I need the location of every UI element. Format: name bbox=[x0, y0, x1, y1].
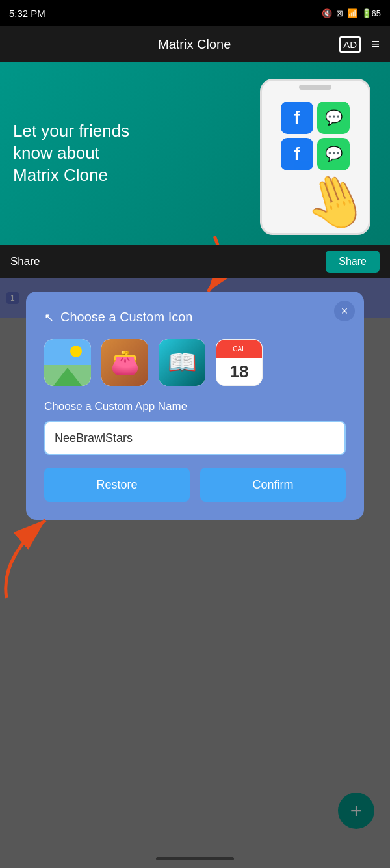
banner: Let your friends know about Matrix Clone… bbox=[0, 62, 390, 245]
mountain bbox=[53, 368, 82, 386]
nav-bar: Matrix Clone AD ≡ bbox=[0, 26, 390, 62]
wallet-emoji: 👛 bbox=[110, 349, 140, 376]
facebook-icon-2: f bbox=[281, 138, 313, 170]
app-name-label: Choose a Custom App Name bbox=[44, 400, 346, 413]
battery-box-icon: ⊠ bbox=[336, 8, 343, 18]
landscape-icon-option[interactable] bbox=[44, 339, 91, 386]
hand-icon: 🤚 bbox=[295, 163, 370, 235]
custom-icon-dialog: × ↖ Choose a Custom Icon bbox=[26, 292, 364, 520]
status-bar: 5:32 PM 🔇 ⊠ 📶 🔋65 bbox=[0, 0, 390, 26]
calendar-wrap: CAL 18 bbox=[216, 339, 263, 386]
wifi-icon: 📶 bbox=[347, 8, 358, 18]
confirm-button[interactable]: Confirm bbox=[200, 468, 346, 502]
book-emoji: 📖 bbox=[168, 349, 197, 376]
menu-icon[interactable]: ≡ bbox=[371, 36, 380, 53]
page-body: 1 × ↖ Choose a Custom Icon bbox=[0, 278, 390, 868]
share-bar: Share Share bbox=[0, 245, 390, 278]
arrow-to-restore bbox=[0, 507, 78, 604]
banner-phone-illustration: f 💬 f 💬 🤚 bbox=[234, 69, 377, 238]
book-icon-option[interactable]: 📖 bbox=[159, 339, 205, 386]
status-icons: 🔇 ⊠ 📶 🔋65 bbox=[322, 8, 381, 18]
dialog-wrapper: × ↖ Choose a Custom Icon bbox=[0, 278, 390, 868]
mute-icon: 🔇 bbox=[322, 8, 332, 18]
calendar-header: CAL bbox=[216, 340, 262, 358]
whatsapp-icon-2: 💬 bbox=[317, 138, 350, 170]
cursor-icon: ↖ bbox=[44, 310, 54, 325]
share-label: Share bbox=[10, 255, 40, 268]
status-time: 5:32 PM bbox=[9, 8, 46, 19]
book-wrap: 📖 bbox=[159, 339, 205, 386]
app-title: Matrix Clone bbox=[49, 37, 339, 52]
ad-icon[interactable]: AD bbox=[339, 36, 361, 53]
nav-actions: AD ≡ bbox=[339, 36, 380, 53]
calendar-icon-option[interactable]: CAL 18 bbox=[216, 339, 263, 386]
phone-app-grid: f 💬 f 💬 bbox=[281, 102, 350, 170]
share-button[interactable]: Share bbox=[326, 251, 380, 273]
icon-selection-row: 👛 📖 CAL 18 bbox=[44, 339, 346, 386]
phone-notch bbox=[299, 85, 332, 90]
dialog-header: ↖ Choose a Custom Icon bbox=[44, 310, 346, 325]
wallet-wrap: 👛 bbox=[101, 339, 148, 386]
app-name-input[interactable] bbox=[44, 421, 346, 455]
battery-icon: 🔋65 bbox=[361, 8, 381, 18]
landscape-wrap bbox=[44, 339, 91, 386]
banner-text: Let your friends know about Matrix Clone bbox=[0, 101, 156, 206]
whatsapp-icon-1: 💬 bbox=[317, 102, 350, 134]
dialog-close-button[interactable]: × bbox=[334, 301, 355, 321]
dialog-title: Choose a Custom Icon bbox=[60, 310, 192, 325]
wallet-icon-option[interactable]: 👛 bbox=[101, 339, 148, 386]
calendar-date: 18 bbox=[216, 358, 262, 385]
facebook-icon-1: f bbox=[281, 102, 313, 134]
sun bbox=[70, 346, 82, 357]
restore-button[interactable]: Restore bbox=[44, 468, 190, 502]
dialog-button-row: Restore Confirm bbox=[44, 468, 346, 502]
